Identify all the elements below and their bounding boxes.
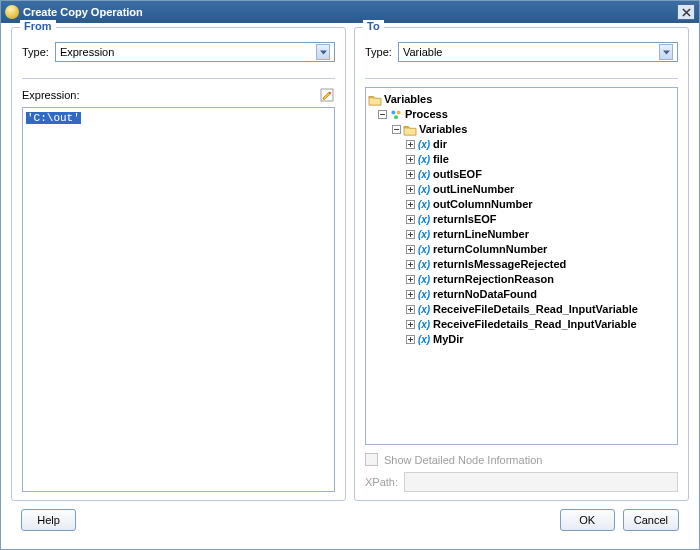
variable-icon: (x): [417, 169, 431, 181]
tree-node-variable[interactable]: (x)outColumnNumber: [368, 197, 675, 212]
tree-node-variable[interactable]: (x)returnLineNumber: [368, 227, 675, 242]
folder-icon: [368, 94, 382, 106]
to-type-value: Variable: [403, 46, 659, 58]
tree-node-variables-root[interactable]: Variables: [368, 92, 675, 107]
from-type-select[interactable]: Expression: [55, 42, 335, 62]
show-detailed-label: Show Detailed Node Information: [384, 454, 542, 466]
variable-icon: (x): [417, 274, 431, 286]
tree-node-variable[interactable]: (x)MyDir: [368, 332, 675, 347]
xpath-label: XPath:: [365, 476, 398, 488]
show-detailed-checkbox: [365, 453, 378, 466]
variable-icon: (x): [417, 214, 431, 226]
tree-node-inner-variables[interactable]: Variables: [368, 122, 675, 137]
variable-tree[interactable]: Variables Process: [365, 87, 678, 445]
divider: [365, 78, 678, 79]
expand-icon[interactable]: [406, 215, 415, 224]
app-icon: [5, 5, 19, 19]
close-button[interactable]: [677, 4, 695, 20]
tree-node-variable[interactable]: (x)outIsEOF: [368, 167, 675, 182]
help-button[interactable]: Help: [21, 509, 76, 531]
variable-icon: (x): [417, 289, 431, 301]
tree-node-label: returnLineNumber: [433, 227, 529, 242]
tree-node-variable[interactable]: (x)returnIsMessageRejected: [368, 257, 675, 272]
to-legend: To: [363, 20, 384, 32]
expand-icon[interactable]: [406, 245, 415, 254]
window-title: Create Copy Operation: [23, 6, 677, 18]
to-panel: To Type: Variable Va: [354, 27, 689, 501]
variable-icon: (x): [417, 244, 431, 256]
tree-node-variable[interactable]: (x)ReceiveFiledetails_Read_InputVariable: [368, 317, 675, 332]
collapse-icon[interactable]: [392, 125, 401, 134]
expand-icon[interactable]: [406, 275, 415, 284]
svg-point-4: [394, 115, 398, 119]
pencil-icon: [320, 88, 334, 102]
tree-node-label: returnIsMessageRejected: [433, 257, 566, 272]
svg-point-3: [397, 110, 401, 114]
expand-icon[interactable]: [406, 290, 415, 299]
tree-node-label: MyDir: [433, 332, 464, 347]
title-bar: Create Copy Operation: [1, 1, 699, 23]
expression-textarea[interactable]: 'C:\out': [22, 107, 335, 492]
tree-node-variable[interactable]: (x)outLineNumber: [368, 182, 675, 197]
to-type-select[interactable]: Variable: [398, 42, 678, 62]
tree-node-label: returnNoDataFound: [433, 287, 537, 302]
tree-node-label: returnRejectionReason: [433, 272, 554, 287]
chevron-down-icon: [316, 44, 330, 60]
expand-icon[interactable]: [406, 155, 415, 164]
tree-node-label: file: [433, 152, 449, 167]
tree-node-variable[interactable]: (x)ReceiveFileDetails_Read_InputVariable: [368, 302, 675, 317]
tree-node-variable[interactable]: (x)returnRejectionReason: [368, 272, 675, 287]
tree-node-label: outIsEOF: [433, 167, 482, 182]
expand-icon[interactable]: [406, 185, 415, 194]
from-type-value: Expression: [60, 46, 316, 58]
expand-icon[interactable]: [406, 200, 415, 209]
expand-icon[interactable]: [406, 230, 415, 239]
tree-node-process[interactable]: Process: [368, 107, 675, 122]
expand-icon[interactable]: [406, 320, 415, 329]
from-type-label: Type:: [22, 46, 49, 58]
variable-icon: (x): [417, 304, 431, 316]
tree-node-variable[interactable]: (x)file: [368, 152, 675, 167]
svg-point-2: [391, 110, 395, 114]
tree-node-label: outLineNumber: [433, 182, 514, 197]
variable-icon: (x): [417, 139, 431, 151]
cancel-button[interactable]: Cancel: [623, 509, 679, 531]
expand-icon[interactable]: [406, 305, 415, 314]
collapse-icon[interactable]: [378, 110, 387, 119]
expression-label: Expression:: [22, 89, 79, 101]
tree-node-variable[interactable]: (x)returnNoDataFound: [368, 287, 675, 302]
tree-node-label: returnIsEOF: [433, 212, 497, 227]
from-panel: From Type: Expression Expression:: [11, 27, 346, 501]
tree-node-variable[interactable]: (x)dir: [368, 137, 675, 152]
process-icon: [389, 109, 403, 121]
divider: [22, 78, 335, 79]
variable-icon: (x): [417, 319, 431, 331]
to-type-label: Type:: [365, 46, 392, 58]
expand-icon[interactable]: [406, 140, 415, 149]
tree-node-variable[interactable]: (x)returnIsEOF: [368, 212, 675, 227]
folder-icon: [403, 124, 417, 136]
tree-node-label: outColumnNumber: [433, 197, 533, 212]
variable-icon: (x): [417, 229, 431, 241]
expression-value: 'C:\out': [26, 112, 81, 124]
tree-node-label: ReceiveFiledetails_Read_InputVariable: [433, 317, 637, 332]
variable-icon: (x): [417, 184, 431, 196]
expand-icon[interactable]: [406, 260, 415, 269]
tree-node-label: dir: [433, 137, 447, 152]
tree-node-label: ReceiveFileDetails_Read_InputVariable: [433, 302, 638, 317]
chevron-down-icon: [659, 44, 673, 60]
variable-icon: (x): [417, 259, 431, 271]
xpath-input: [404, 472, 678, 492]
edit-expression-button[interactable]: [319, 87, 335, 103]
variable-icon: (x): [417, 334, 431, 346]
tree-node-variable[interactable]: (x)returnColumnNumber: [368, 242, 675, 257]
expand-icon[interactable]: [406, 170, 415, 179]
from-legend: From: [20, 20, 56, 32]
variable-icon: (x): [417, 154, 431, 166]
close-icon: [682, 8, 691, 17]
dialog-footer: Help OK Cancel: [11, 501, 689, 541]
expand-icon[interactable]: [406, 335, 415, 344]
ok-button[interactable]: OK: [560, 509, 615, 531]
variable-icon: (x): [417, 199, 431, 211]
tree-node-label: returnColumnNumber: [433, 242, 547, 257]
